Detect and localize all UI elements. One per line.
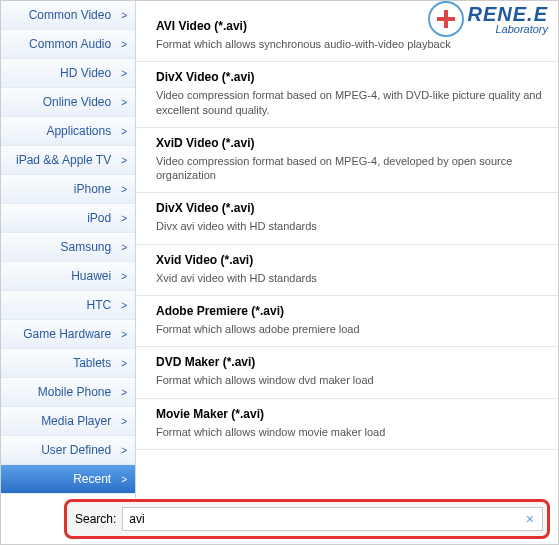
format-item[interactable]: DivX Video (*.avi)Divx avi video with HD…	[136, 195, 558, 244]
format-description: Format which allows window dvd maker loa…	[156, 373, 542, 387]
sidebar-item-tablets[interactable]: Tablets>	[1, 349, 135, 378]
sidebar-item-mobile-phone[interactable]: Mobile Phone>	[1, 378, 135, 407]
search-input-wrap[interactable]: ×	[122, 507, 543, 531]
chevron-right-icon: >	[121, 445, 127, 456]
format-item[interactable]: Movie Maker (*.avi)Format which allows w…	[136, 401, 558, 450]
chevron-right-icon: >	[121, 68, 127, 79]
format-title: Adobe Premiere (*.avi)	[156, 304, 542, 318]
logo-sub-text: Laboratory	[468, 24, 548, 35]
logo-badge	[428, 1, 464, 37]
format-list: AVI Video (*.avi)Format which allows syn…	[136, 1, 558, 498]
sidebar-item-label: iPhone	[9, 182, 121, 196]
sidebar-item-label: Mobile Phone	[9, 385, 121, 399]
search-input[interactable]	[129, 509, 523, 529]
format-description: Video compression format based on MPEG-4…	[156, 154, 542, 183]
format-item[interactable]: DivX Video (*.avi)Video compression form…	[136, 64, 558, 128]
sidebar-item-media-player[interactable]: Media Player>	[1, 407, 135, 436]
sidebar-item-label: Media Player	[9, 414, 121, 428]
chevron-right-icon: >	[121, 329, 127, 340]
format-title: DivX Video (*.avi)	[156, 201, 542, 215]
sidebar-item-samsung[interactable]: Samsung>	[1, 233, 135, 262]
sidebar-item-label: Common Audio	[9, 37, 121, 51]
chevron-right-icon: >	[121, 358, 127, 369]
sidebar-item-label: Samsung	[9, 240, 121, 254]
sidebar-item-ipod[interactable]: iPod>	[1, 204, 135, 233]
sidebar-item-iphone[interactable]: iPhone>	[1, 175, 135, 204]
sidebar-item-game-hardware[interactable]: Game Hardware>	[1, 320, 135, 349]
format-title: DVD Maker (*.avi)	[156, 355, 542, 369]
format-title: Movie Maker (*.avi)	[156, 407, 542, 421]
sidebar-item-label: Common Video	[9, 8, 121, 22]
sidebar-item-label: User Defined	[9, 443, 121, 457]
sidebar-item-label: Recent	[9, 472, 121, 486]
chevron-right-icon: >	[121, 97, 127, 108]
format-title: XviD Video (*.avi)	[156, 136, 542, 150]
format-title: Xvid Video (*.avi)	[156, 253, 542, 267]
chevron-right-icon: >	[121, 213, 127, 224]
chevron-right-icon: >	[121, 300, 127, 311]
app-logo: RENE.E Laboratory	[428, 1, 548, 37]
format-item[interactable]: Adobe Premiere (*.avi)Format which allow…	[136, 298, 558, 347]
chevron-right-icon: >	[121, 184, 127, 195]
chevron-right-icon: >	[121, 416, 127, 427]
clear-icon[interactable]: ×	[524, 511, 536, 527]
sidebar-item-label: Huawei	[9, 269, 121, 283]
chevron-right-icon: >	[121, 474, 127, 485]
chevron-right-icon: >	[121, 242, 127, 253]
search-label: Search:	[71, 512, 122, 526]
sidebar-item-htc[interactable]: HTC>	[1, 291, 135, 320]
chevron-right-icon: >	[121, 387, 127, 398]
sidebar-item-huawei[interactable]: Huawei>	[1, 262, 135, 291]
chevron-right-icon: >	[121, 155, 127, 166]
sidebar-item-applications[interactable]: Applications>	[1, 117, 135, 146]
search-bar: Search: ×	[64, 499, 550, 539]
sidebar-item-label: iPad && Apple TV	[9, 153, 121, 167]
format-description: Format which allows adobe premiere load	[156, 322, 542, 336]
format-item[interactable]: Xvid Video (*.avi)Xvid avi video with HD…	[136, 247, 558, 296]
format-title: DivX Video (*.avi)	[156, 70, 542, 84]
chevron-right-icon: >	[121, 10, 127, 21]
format-description: Video compression format based on MPEG-4…	[156, 88, 542, 117]
format-item[interactable]: DVD Maker (*.avi)Format which allows win…	[136, 349, 558, 398]
format-description: Divx avi video with HD standards	[156, 219, 542, 233]
sidebar-item-label: Game Hardware	[9, 327, 121, 341]
sidebar-item-ipad-apple-tv[interactable]: iPad && Apple TV>	[1, 146, 135, 175]
chevron-right-icon: >	[121, 271, 127, 282]
format-description: Format which allows window movie maker l…	[156, 425, 542, 439]
format-item[interactable]: XviD Video (*.avi)Video compression form…	[136, 130, 558, 194]
sidebar-item-online-video[interactable]: Online Video>	[1, 88, 135, 117]
sidebar-item-label: HTC	[9, 298, 121, 312]
sidebar-item-common-video[interactable]: Common Video>	[1, 1, 135, 30]
sidebar-item-label: HD Video	[9, 66, 121, 80]
sidebar-item-label: Tablets	[9, 356, 121, 370]
format-description: Xvid avi video with HD standards	[156, 271, 542, 285]
cross-icon	[437, 10, 455, 28]
sidebar-item-common-audio[interactable]: Common Audio>	[1, 30, 135, 59]
sidebar-item-label: iPod	[9, 211, 121, 225]
chevron-right-icon: >	[121, 126, 127, 137]
sidebar-item-label: Applications	[9, 124, 121, 138]
logo-brand-text: RENE.E	[468, 4, 548, 24]
chevron-right-icon: >	[121, 39, 127, 50]
sidebar-item-label: Online Video	[9, 95, 121, 109]
category-sidebar: Common Video>Common Audio>HD Video>Onlin…	[1, 1, 136, 498]
format-description: Format which allows synchronous audio-wi…	[156, 37, 542, 51]
sidebar-item-recent[interactable]: Recent>	[1, 465, 135, 494]
sidebar-item-user-defined[interactable]: User Defined>	[1, 436, 135, 465]
sidebar-item-hd-video[interactable]: HD Video>	[1, 59, 135, 88]
